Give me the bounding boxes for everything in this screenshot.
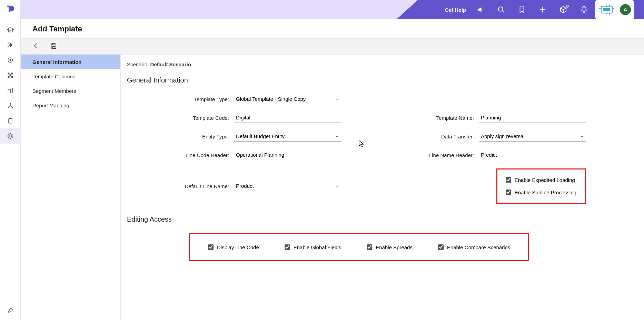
line-code-header-label: Line Code Header:: [161, 152, 234, 158]
svg-point-10: [12, 107, 13, 108]
rail-building-icon[interactable]: [0, 83, 21, 98]
action-toolbar: [21, 39, 644, 55]
svg-point-2: [9, 59, 11, 61]
template-code-input[interactable]: [234, 113, 341, 123]
display-line-code-label: Display Line Code: [217, 244, 259, 250]
data-transfer-input[interactable]: [479, 131, 586, 142]
enable-compare-checkbox[interactable]: [438, 244, 444, 250]
banner-curve: Get Help: [396, 0, 644, 19]
default-line-name-dropdown[interactable]: [234, 181, 341, 191]
field-line-code-header: Line Code Header:: [127, 150, 341, 160]
enable-global-checkbox[interactable]: [285, 244, 290, 250]
rail-hierarchy-icon[interactable]: [0, 98, 21, 113]
field-line-name-header: Line Name Header:: [372, 150, 586, 160]
section-editing-access: Editing Access: [127, 215, 637, 223]
scenario-line: Scenario: Default Scenario: [127, 61, 637, 67]
page-title: Add Template: [21, 19, 644, 39]
template-code-label: Template Code:: [161, 115, 234, 121]
form-grid: Template Type: Template Code: Template N…: [127, 94, 637, 204]
package-icon[interactable]: [559, 6, 567, 14]
svg-rect-7: [9, 75, 11, 76]
bell-icon[interactable]: [580, 6, 588, 14]
rail-folder-icon[interactable]: [0, 37, 21, 52]
field-template-code: Template Code:: [127, 113, 341, 123]
app-logo[interactable]: [4, 3, 17, 16]
highlight-box-editing: Display Line Code Enable Global Fields E…: [189, 233, 529, 261]
enable-expedited-label: Enable Expedited Loading: [515, 177, 575, 183]
save-button[interactable]: [50, 42, 57, 51]
rail-home-icon[interactable]: [0, 22, 21, 37]
top-banner: Get Help: [21, 0, 644, 19]
compass-icon[interactable]: [538, 6, 547, 14]
template-type-dropdown[interactable]: [234, 94, 341, 104]
chk-enable-compare[interactable]: Enable Compare Scenarios: [438, 241, 510, 253]
field-template-type: Template Type:: [127, 94, 341, 104]
data-transfer-dropdown[interactable]: [479, 131, 586, 142]
display-line-code-checkbox[interactable]: [208, 244, 214, 250]
scenario-value: Default Scenario: [150, 61, 191, 67]
tab-general-information[interactable]: General Information: [21, 55, 120, 69]
template-type-input[interactable]: [234, 94, 341, 104]
chip-icon[interactable]: [598, 3, 615, 16]
line-name-header-label: Line Name Header:: [406, 152, 479, 158]
notification-dot: [566, 5, 569, 8]
enable-global-label: Enable Global Fields: [294, 244, 341, 250]
field-entity-type: Entity Type:: [127, 131, 341, 142]
field-default-line-name: Default Line Name:: [127, 168, 341, 204]
svg-rect-12: [9, 118, 11, 119]
get-help-link[interactable]: Get Help: [445, 7, 466, 13]
entity-type-input[interactable]: [234, 131, 341, 142]
enable-subline-checkbox[interactable]: [506, 190, 511, 195]
default-line-name-input[interactable]: [234, 181, 341, 191]
tab-segment-members[interactable]: Segment Members: [21, 84, 120, 98]
chk-enable-spreads[interactable]: Enable Spreads: [367, 241, 413, 253]
svg-point-9: [8, 107, 9, 108]
rail-settings-icon[interactable]: [0, 128, 21, 144]
tab-report-mapping[interactable]: Report Mapping: [21, 98, 120, 113]
scenario-label: Scenario:: [127, 61, 150, 67]
entity-type-label: Entity Type:: [161, 134, 234, 139]
svg-rect-6: [11, 76, 13, 78]
megaphone-icon[interactable]: [476, 6, 485, 14]
content-area: Scenario: Default Scenario General Infor…: [121, 55, 644, 320]
svg-point-8: [10, 103, 11, 104]
line-name-header-input[interactable]: [479, 150, 586, 160]
field-data-transfer: Data Transfer:: [372, 131, 586, 142]
rail-grid-icon[interactable]: [0, 68, 21, 83]
template-name-input[interactable]: [479, 113, 586, 123]
enable-spreads-checkbox[interactable]: [367, 244, 372, 250]
section-general-information: General Information: [127, 76, 637, 84]
default-line-name-label: Default Line Name:: [161, 183, 234, 189]
svg-rect-3: [8, 73, 9, 75]
chk-enable-global[interactable]: Enable Global Fields: [285, 241, 341, 253]
chk-enable-expedited[interactable]: Enable Expedited Loading: [506, 174, 576, 186]
user-avatar[interactable]: A: [620, 4, 631, 15]
entity-type-dropdown[interactable]: [234, 131, 341, 142]
back-button[interactable]: [32, 42, 39, 51]
highlight-box-options: Enable Expedited Loading Enable Subline …: [496, 168, 586, 204]
svg-rect-5: [8, 76, 9, 78]
rail-target-icon[interactable]: [0, 52, 21, 68]
rail-clipboard-icon[interactable]: [0, 113, 21, 128]
side-tabs: General Information Template Columns Seg…: [21, 55, 121, 320]
line-code-header-input[interactable]: [234, 150, 341, 160]
chk-display-line-code[interactable]: Display Line Code: [208, 241, 259, 253]
enable-compare-label: Enable Compare Scenarios: [447, 244, 510, 250]
rail-pin-icon[interactable]: [0, 303, 21, 320]
enable-subline-label: Enable Subline Processing: [515, 190, 576, 195]
enable-expedited-checkbox[interactable]: [506, 177, 511, 183]
svg-rect-11: [9, 118, 12, 123]
template-name-label: Template Name:: [406, 115, 479, 121]
field-template-name: Template Name:: [372, 113, 586, 123]
svg-rect-14: [603, 8, 610, 11]
chk-enable-subline[interactable]: Enable Subline Processing: [506, 186, 576, 198]
svg-rect-4: [11, 73, 13, 75]
left-rail: [0, 0, 21, 320]
search-icon[interactable]: [497, 6, 505, 14]
data-transfer-label: Data Transfer:: [406, 134, 479, 139]
bookmark-icon[interactable]: [518, 6, 526, 14]
svg-point-0: [7, 5, 9, 7]
tab-template-columns[interactable]: Template Columns: [21, 69, 120, 84]
template-type-label: Template Type:: [161, 96, 234, 102]
enable-spreads-label: Enable Spreads: [376, 244, 413, 250]
